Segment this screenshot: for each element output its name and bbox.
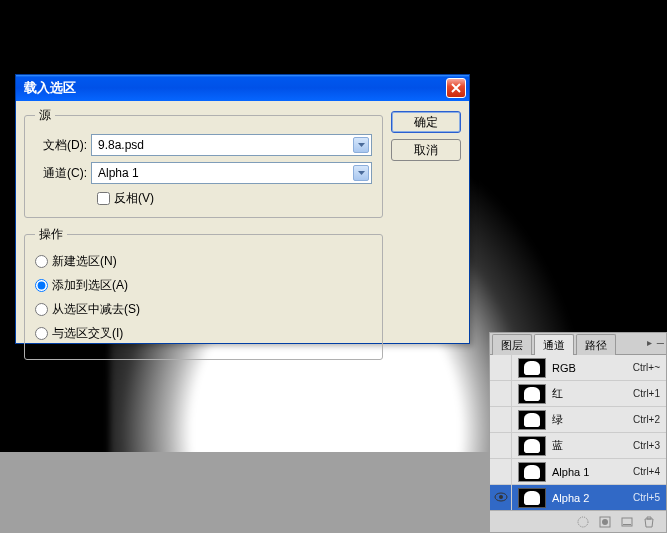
channel-list: RGBCtrl+~红Ctrl+1绿Ctrl+2蓝Ctrl+3Alpha 1Ctr… [490, 355, 666, 510]
channel-name: 绿 [552, 412, 631, 427]
svg-point-4 [602, 519, 608, 525]
svg-point-1 [499, 495, 503, 499]
channel-label: 通道(C): [35, 165, 87, 182]
channel-thumbnail [518, 436, 546, 456]
panel-footer [490, 510, 666, 532]
channel-row[interactable]: 红Ctrl+1 [490, 381, 666, 407]
operation-legend: 操作 [35, 226, 67, 243]
channel-combo[interactable]: Alpha 1 [91, 162, 372, 184]
channel-name: 蓝 [552, 438, 631, 453]
visibility-toggle[interactable] [490, 407, 512, 433]
operation-fieldset: 操作 新建选区(N) 添加到选区(A) 从选区中减去(S) 与选区交叉(I) [24, 226, 383, 360]
channel-thumbnail [518, 462, 546, 482]
channel-row[interactable]: Alpha 1Ctrl+4 [490, 459, 666, 485]
channel-name: 红 [552, 386, 631, 401]
op-int-radio[interactable] [35, 327, 48, 340]
op-add-radio[interactable] [35, 279, 48, 292]
panel-minimize-icon[interactable]: – [657, 335, 664, 350]
chevron-down-icon [353, 165, 369, 181]
visibility-toggle[interactable] [490, 433, 512, 459]
cancel-button[interactable]: 取消 [391, 139, 461, 161]
delete-channel-icon[interactable] [642, 515, 656, 529]
dialog-title: 载入选区 [24, 79, 76, 97]
channel-shortcut: Ctrl+~ [633, 362, 660, 373]
invert-checkbox[interactable] [97, 192, 110, 205]
channel-shortcut: Ctrl+5 [633, 492, 660, 503]
visibility-toggle[interactable] [490, 459, 512, 485]
load-selection-icon[interactable] [576, 515, 590, 529]
source-legend: 源 [35, 107, 55, 124]
document-value: 9.8a.psd [98, 138, 144, 152]
op-new-radio[interactable] [35, 255, 48, 268]
visibility-toggle[interactable] [490, 485, 512, 511]
invert-label: 反相(V) [114, 190, 154, 207]
channel-name: Alpha 1 [552, 466, 631, 478]
svg-rect-6 [623, 524, 631, 525]
document-label: 文档(D): [35, 137, 87, 154]
document-combo[interactable]: 9.8a.psd [91, 134, 372, 156]
channel-row[interactable]: 蓝Ctrl+3 [490, 433, 666, 459]
channel-thumbnail [518, 358, 546, 378]
op-sub-radio[interactable] [35, 303, 48, 316]
channel-thumbnail [518, 410, 546, 430]
eye-icon [494, 491, 508, 505]
visibility-toggle[interactable] [490, 381, 512, 407]
channel-name: RGB [552, 362, 631, 374]
visibility-toggle[interactable] [490, 355, 512, 381]
channel-name: Alpha 2 [552, 492, 631, 504]
channel-thumbnail [518, 384, 546, 404]
channel-row[interactable]: RGBCtrl+~ [490, 355, 666, 381]
source-fieldset: 源 文档(D): 9.8a.psd 通道(C): Alpha 1 [24, 107, 383, 218]
channel-shortcut: Ctrl+1 [633, 388, 660, 399]
channel-shortcut: Ctrl+2 [633, 414, 660, 425]
channels-panel: 图层 通道 路径 ▸ – RGBCtrl+~红Ctrl+1绿Ctrl+2蓝Ctr… [489, 332, 667, 533]
tab-channels[interactable]: 通道 [534, 334, 574, 355]
channel-value: Alpha 1 [98, 166, 139, 180]
channel-shortcut: Ctrl+3 [633, 440, 660, 451]
ok-button[interactable]: 确定 [391, 111, 461, 133]
save-selection-icon[interactable] [598, 515, 612, 529]
load-selection-dialog: 载入选区 源 文档(D): 9.8a.psd 通道(C): [15, 74, 470, 344]
channel-row[interactable]: Alpha 2Ctrl+5 [490, 485, 666, 510]
new-channel-icon[interactable] [620, 515, 634, 529]
channel-shortcut: Ctrl+4 [633, 466, 660, 477]
tab-layers[interactable]: 图层 [492, 334, 532, 355]
channel-thumbnail [518, 488, 546, 508]
chevron-down-icon [353, 137, 369, 153]
channel-row[interactable]: 绿Ctrl+2 [490, 407, 666, 433]
op-int-label: 与选区交叉(I) [52, 325, 123, 342]
dialog-titlebar[interactable]: 载入选区 [16, 75, 469, 101]
close-button[interactable] [446, 78, 466, 98]
panel-tabs: 图层 通道 路径 ▸ – [490, 333, 666, 355]
panel-menu-icon[interactable]: ▸ [647, 337, 652, 348]
tab-paths[interactable]: 路径 [576, 334, 616, 355]
svg-point-2 [578, 517, 588, 527]
op-new-label: 新建选区(N) [52, 253, 117, 270]
op-sub-label: 从选区中减去(S) [52, 301, 140, 318]
op-add-label: 添加到选区(A) [52, 277, 128, 294]
